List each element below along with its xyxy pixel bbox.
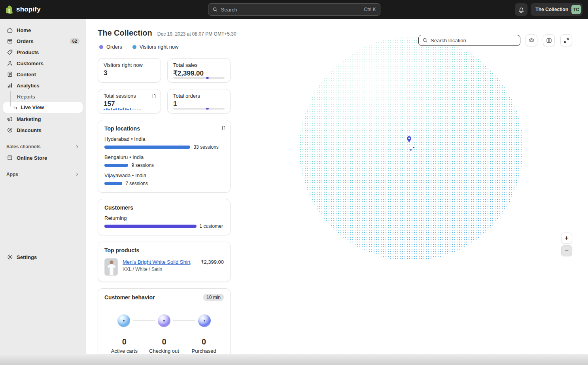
checking-out-orb-icon [158, 314, 170, 327]
orders-minichart [173, 108, 225, 110]
funnel-connector [173, 320, 195, 321]
legend-orders: Orders [99, 44, 122, 50]
sidebar-item-label: Content [17, 72, 36, 78]
fullscreen-button[interactable] [560, 34, 572, 46]
analytics-bars-icon [6, 82, 13, 89]
card-title: Top products [104, 247, 224, 253]
store-avatar: TC [571, 5, 581, 14]
total-sales-card: Total sales ₹2,399.00 [167, 58, 231, 83]
location-bar [104, 182, 122, 185]
globe-map[interactable] [299, 37, 523, 261]
sidebar-item-home[interactable]: Home [3, 25, 83, 36]
customers-card: Customers Returning 1 customer [98, 199, 231, 235]
sidebar-item-label: Live View [21, 104, 44, 110]
bell-icon [518, 6, 525, 13]
customers-count: 1 customer [200, 223, 223, 229]
home-icon [6, 27, 13, 33]
product-link[interactable]: Men's Bright White Solid Shirt [123, 259, 191, 265]
sales-segment [206, 77, 209, 79]
global-search[interactable]: Search Ctrl K [208, 3, 380, 16]
location-name: Hyderabad • India [104, 136, 224, 142]
sidebar-item-discounts[interactable]: Discounts [3, 125, 83, 136]
orders-icon [6, 38, 13, 44]
card-title: Top locations [104, 125, 224, 132]
report-button[interactable] [151, 93, 157, 99]
analytics-subtree: Reports Live View [3, 91, 83, 113]
sidebar-item-label: Analytics [17, 83, 40, 89]
top-products-card: Top products Men's Bright White Solid Sh… [98, 242, 231, 282]
top-locations-card: Top locations Hyderabad • India 33 sessi… [98, 120, 231, 193]
sidebar-item-label: Settings [17, 254, 37, 260]
metric-value: ₹2,399.00 [173, 69, 225, 78]
shopify-logo[interactable]: shopify [6, 5, 41, 14]
search-icon [212, 7, 218, 12]
location-bar [104, 164, 128, 167]
location-row: Hyderabad • India 33 sessions [104, 136, 224, 150]
card-title: Customers [104, 204, 224, 211]
legend-label: Visitors right now [140, 44, 179, 50]
orders-count-badge: 62 [70, 38, 79, 44]
customers-icon [6, 60, 13, 66]
funnel-connector [133, 320, 155, 321]
magnifier-icon [422, 38, 428, 43]
sidebar-item-label: Reports [17, 94, 35, 100]
store-menu-button[interactable]: The Collection TC [531, 3, 582, 16]
section-label: Sales channels [6, 144, 41, 149]
sales-channels-header[interactable]: Sales channels [3, 141, 83, 152]
location-bar [104, 146, 190, 149]
sidebar-nav: Home Orders 62 Products Customers Conten… [3, 25, 83, 180]
metric-value: 157 [104, 100, 155, 108]
sidebar-item-analytics[interactable]: Analytics [3, 80, 83, 91]
sidebar-item-label: Online Store [17, 155, 47, 161]
location-row: Vijayawada • India 7 sessions [104, 172, 224, 186]
products-tag-icon [6, 49, 13, 55]
chevron-right-icon [75, 172, 79, 177]
main-content: + − The Collection Dec 19, 2023 at 08:07… [86, 19, 588, 354]
sidebar-item-marketing[interactable]: Marketing [3, 113, 83, 125]
behavior-step: 0 Checking out [144, 337, 184, 354]
customers-row: Returning 1 customer [104, 215, 224, 229]
toggle-visibility-button[interactable] [526, 34, 537, 46]
sidebar-item-live-view[interactable]: Live View [3, 102, 83, 113]
sidebar-item-settings[interactable]: Settings [3, 252, 83, 263]
orders-segment [206, 108, 209, 110]
zoom-out-button[interactable]: − [561, 245, 572, 256]
location-sessions: 33 sessions [193, 144, 218, 150]
section-label: Apps [6, 172, 18, 177]
layout-columns-button[interactable] [543, 34, 555, 46]
step-label: Purchased [184, 348, 224, 354]
apps-header[interactable]: Apps [3, 169, 83, 180]
behavior-step: 0 Purchased [184, 337, 224, 354]
step-value: 0 [144, 337, 184, 346]
location-name: Vijayawada • India [104, 172, 224, 178]
customer-type: Returning [104, 215, 224, 221]
total-sessions-card: Total sessions 157 [98, 89, 161, 113]
metric-label: Visitors right now [104, 62, 155, 68]
behavior-funnel [104, 314, 224, 327]
topbar: shopify Search Ctrl K The Collection TC [0, 0, 588, 19]
sidebar-item-reports[interactable]: Reports [3, 91, 83, 102]
customers-bar [104, 225, 197, 228]
sidebar-item-label: Customers [17, 61, 43, 66]
notifications-button[interactable] [515, 3, 527, 16]
gear-icon [6, 254, 13, 260]
orders-dot [99, 45, 103, 49]
sidebar-item-orders[interactable]: Orders 62 [3, 36, 83, 47]
sales-minichart [173, 77, 225, 79]
zoom-in-button[interactable]: + [561, 233, 572, 244]
location-search-input[interactable] [431, 38, 516, 43]
brand-wordmark: shopify [16, 6, 41, 13]
product-thumbnail [104, 258, 118, 276]
sidebar-item-online-store[interactable]: Online Store [3, 152, 83, 163]
sidebar-item-label: Orders [17, 38, 34, 44]
customer-behavior-card: Customer behavior 10 min 0 Active carts … [98, 288, 231, 354]
location-row: Bengaluru • India 9 sessions [104, 154, 224, 168]
product-row: Men's Bright White Solid Shirt XXL / Whi… [104, 258, 224, 276]
sidebar-item-products[interactable]: Products [3, 47, 83, 58]
report-button[interactable] [221, 125, 226, 131]
sidebar-item-content[interactable]: Content [3, 69, 83, 80]
card-title: Customer behavior [104, 294, 155, 301]
product-variant: XXL / White / Satin [123, 267, 196, 272]
sidebar-item-customers[interactable]: Customers [3, 58, 83, 69]
metric-label: Total orders [173, 93, 225, 99]
